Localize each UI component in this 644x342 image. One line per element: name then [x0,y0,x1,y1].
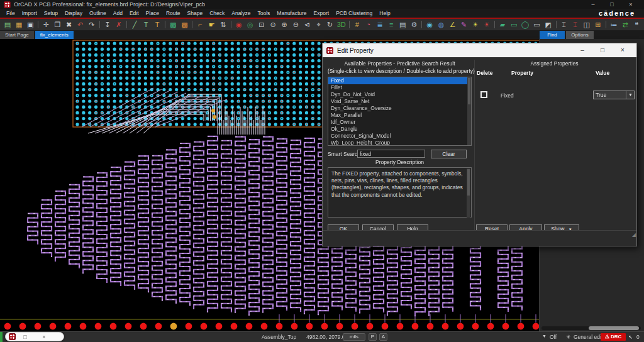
zoom-in-icon[interactable]: ⊕ [279,19,290,30]
menu-pcb-clustering[interactable]: PCB Clustering [335,10,374,16]
a-button[interactable]: A [379,333,387,341]
property-item-wb_loop_height_group[interactable]: Wb_Loop_Height_Group [328,140,471,146]
menu-check[interactable]: Check [208,10,226,16]
menu-file[interactable]: File [5,10,16,16]
mini-app-icon[interactable] [9,333,16,340]
menu-outline[interactable]: Outline [88,10,108,16]
menu-shape[interactable]: Shape [186,10,204,16]
zoom-out-icon[interactable]: ⊖ [290,19,301,30]
zoom-fit-icon[interactable]: ⊙ [267,19,279,30]
measure-icon[interactable]: ∠ [447,19,458,30]
place-component-icon[interactable]: ▩ [167,19,179,30]
menu-import[interactable]: Import [21,10,38,16]
spread-between-icon[interactable]: ⇅ [218,19,229,30]
copy-icon[interactable]: ❐ [52,19,63,30]
color-dialog-icon[interactable]: ◔ [363,19,374,30]
window-minimize-button[interactable]: – [584,0,602,9]
app-mode-icon[interactable]: ✳ [566,334,570,340]
unpin-icon[interactable]: ✗ [113,19,125,30]
visibility-icon[interactable]: ◉ [424,19,435,30]
menu-route[interactable]: Route [165,10,182,16]
menu-display[interactable]: Display [64,10,84,16]
menu-analyze[interactable]: Analyze [230,10,252,16]
property-item-ok_dangle[interactable]: Ok_Dangle [328,126,471,133]
tab-fix-elements[interactable]: fix_elements [35,31,74,39]
p-button[interactable]: P [369,333,377,341]
drc-status-badge[interactable]: ⚠ DRC [601,333,626,341]
app-mode-label[interactable]: General edit [574,334,602,340]
zoom-center-icon[interactable]: ⌖ [313,19,324,30]
snapshot-icon[interactable]: ◫ [581,19,592,30]
place-module-icon[interactable]: ▩ [179,19,190,30]
mini-restore-button[interactable]: □ [16,334,35,340]
find-panel-hscrollbar[interactable] [541,326,641,330]
shape-add-rect-icon[interactable]: ▭ [508,19,519,30]
highlight-pick-icon[interactable]: ◉ [233,19,245,30]
unhighlight-icon[interactable]: ☀ [481,19,492,30]
property-item-dyn_do_not_void[interactable]: Dyn_Do_Not_Void [328,91,471,98]
color192-icon[interactable]: ✎ [458,19,470,30]
view-3d-icon[interactable]: 3D [336,19,347,30]
property-item-idf_owner[interactable]: Idf_Owner [328,119,471,126]
filter-icon[interactable]: ▼ [542,334,547,338]
shade-mode-icon[interactable]: ◩ [542,19,553,30]
add-connect-line-icon[interactable]: ╱ [129,19,140,30]
shape-select-icon[interactable]: ▭ [531,19,542,30]
property-item-connector_signal_model[interactable]: Connector_Signal_Model [328,133,471,140]
description-scrollbar[interactable] [467,168,470,218]
delete-icon[interactable]: ✖ [64,19,75,30]
dialog-title-bar[interactable]: Edit Property – □ × [323,43,636,57]
property-item-fixed[interactable]: Fixed [328,77,471,84]
save-design-icon[interactable]: ▣ [25,19,36,30]
window-maximize-button[interactable]: □ [602,0,621,9]
swap-components-icon[interactable]: ⇄ [619,19,631,30]
menu-edit[interactable]: Edit [128,10,140,16]
highlight-icon[interactable]: ☀ [470,19,481,30]
snap-to-origin-icon[interactable]: ⊞ [592,19,604,30]
options-panel-tab[interactable]: Options [566,31,594,39]
zoom-by-points-icon[interactable]: ⊡ [256,19,267,30]
reports-icon[interactable]: ▤ [397,19,408,30]
shape-add-circle-icon[interactable]: ◯ [519,19,531,30]
redraw-icon[interactable]: ↻ [325,19,336,30]
property-item-dyn_clearance_oversize[interactable]: Dyn_Clearance_Oversize [328,105,471,112]
pin-icon[interactable]: ↧ [102,19,113,30]
layer-stack-icon[interactable]: ≡ [386,19,397,30]
undo-icon[interactable]: ↶ [75,19,86,30]
units-button[interactable]: mils [343,333,365,341]
slide-icon[interactable]: ☛ [206,19,218,30]
property-edit-icon[interactable]: ≔ [608,19,619,30]
property-item-max_parallel[interactable]: Max_Parallel [328,112,471,119]
tab-start-page[interactable]: Start Page [0,31,34,39]
move-icon[interactable]: ✛ [40,19,52,30]
open-design-icon[interactable]: ▦ [13,19,25,30]
cross-section-icon[interactable]: ≣ [374,19,386,30]
menu-help[interactable]: Help [378,10,391,16]
dialog-minimize-button[interactable]: – [572,43,592,57]
find-panel-tab[interactable]: Find [540,31,565,39]
dialog-maximize-button[interactable]: □ [592,43,613,57]
shape-add-icon[interactable]: ▰ [497,19,508,30]
list-scrollbar[interactable] [467,77,471,145]
edit-text-icon[interactable]: T [152,19,163,30]
route-connect-icon[interactable]: ⌐ [194,19,206,30]
fix-icon[interactable]: ⌶ [558,19,569,30]
redo-icon[interactable]: ↷ [86,19,97,30]
smart-search-input[interactable] [357,150,425,158]
mini-close-button[interactable]: × [35,334,53,340]
window-close-button[interactable]: × [621,0,640,9]
dialog-close-button[interactable]: × [613,43,633,57]
value-dropdown[interactable]: True ▼ [593,91,635,99]
grid-toggle-icon[interactable]: # [352,19,363,30]
design-parameters-icon[interactable]: ⚙ [408,19,419,30]
unfix-icon[interactable]: ⌶ [570,19,581,30]
add-comment-icon[interactable]: ❝ [631,19,642,30]
dialog-resize-grip[interactable]: ◢ [632,233,636,238]
delete-checkbox[interactable] [480,91,487,98]
new-design-icon[interactable]: ▤ [2,19,13,30]
property-item-fillet[interactable]: Fillet [328,84,471,91]
property-item-void_same_net[interactable]: Void_Same_Net [328,98,471,105]
hscroll-thumb[interactable] [589,326,639,330]
menu-tools[interactable]: Tools [257,10,272,16]
menu-add[interactable]: Add [112,10,124,16]
